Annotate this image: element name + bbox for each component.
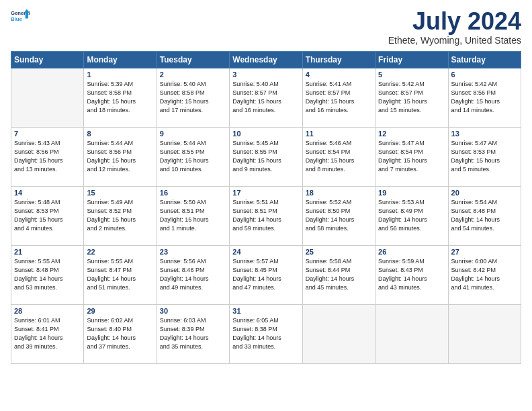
calendar-cell: 23Sunrise: 5:56 AM Sunset: 8:46 PM Dayli… <box>157 245 229 304</box>
day-info: Sunrise: 6:01 AM Sunset: 8:41 PM Dayligh… <box>14 316 81 351</box>
calendar-cell: 12Sunrise: 5:47 AM Sunset: 8:54 PM Dayli… <box>375 127 448 186</box>
day-info: Sunrise: 5:55 AM Sunset: 8:47 PM Dayligh… <box>87 257 153 292</box>
calendar-cell: 11Sunrise: 5:46 AM Sunset: 8:54 PM Dayli… <box>302 127 375 186</box>
day-info: Sunrise: 5:43 AM Sunset: 8:56 PM Dayligh… <box>14 139 81 174</box>
title-area: July 2024 Ethete, Wyoming, United States <box>388 8 521 46</box>
day-number: 29 <box>87 307 153 315</box>
calendar-cell: 20Sunrise: 5:54 AM Sunset: 8:48 PM Dayli… <box>448 186 521 245</box>
calendar-cell: 28Sunrise: 6:01 AM Sunset: 8:41 PM Dayli… <box>11 304 84 363</box>
day-info: Sunrise: 5:48 AM Sunset: 8:53 PM Dayligh… <box>14 198 81 233</box>
calendar-cell: 22Sunrise: 5:55 AM Sunset: 8:47 PM Dayli… <box>84 245 157 304</box>
calendar-cell: 4Sunrise: 5:41 AM Sunset: 8:57 PM Daylig… <box>302 68 375 127</box>
day-number: 19 <box>378 189 445 197</box>
day-number: 21 <box>14 248 81 256</box>
calendar-cell: 25Sunrise: 5:58 AM Sunset: 8:44 PM Dayli… <box>302 245 375 304</box>
day-number: 18 <box>306 189 372 197</box>
day-number: 26 <box>378 248 445 256</box>
calendar-day-header: Wednesday <box>230 51 302 68</box>
day-info: Sunrise: 5:44 AM Sunset: 8:55 PM Dayligh… <box>160 139 226 174</box>
calendar-cell <box>375 304 448 363</box>
calendar-cell: 15Sunrise: 5:49 AM Sunset: 8:52 PM Dayli… <box>84 186 157 245</box>
day-number: 11 <box>306 130 372 138</box>
day-info: Sunrise: 5:50 AM Sunset: 8:51 PM Dayligh… <box>160 198 226 233</box>
day-info: Sunrise: 5:40 AM Sunset: 8:58 PM Dayligh… <box>160 80 226 115</box>
day-info: Sunrise: 6:00 AM Sunset: 8:42 PM Dayligh… <box>451 257 518 292</box>
calendar-day-header: Tuesday <box>157 51 229 68</box>
day-number: 7 <box>14 130 81 138</box>
page: General Blue July 2024 Ethete, Wyoming, … <box>0 0 532 411</box>
day-info: Sunrise: 5:39 AM Sunset: 8:58 PM Dayligh… <box>87 80 153 115</box>
calendar-cell: 3Sunrise: 5:40 AM Sunset: 8:57 PM Daylig… <box>230 68 302 127</box>
day-number: 9 <box>160 130 226 138</box>
day-number: 8 <box>87 130 153 138</box>
calendar-cell: 17Sunrise: 5:51 AM Sunset: 8:51 PM Dayli… <box>230 186 302 245</box>
day-info: Sunrise: 5:56 AM Sunset: 8:46 PM Dayligh… <box>160 257 226 292</box>
day-number: 31 <box>232 307 299 315</box>
calendar-cell: 2Sunrise: 5:40 AM Sunset: 8:58 PM Daylig… <box>157 68 229 127</box>
main-title: July 2024 <box>388 8 521 35</box>
day-info: Sunrise: 5:46 AM Sunset: 8:54 PM Dayligh… <box>306 139 372 174</box>
day-number: 15 <box>87 189 153 197</box>
calendar-cell: 18Sunrise: 5:52 AM Sunset: 8:50 PM Dayli… <box>302 186 375 245</box>
calendar-week-row: 7Sunrise: 5:43 AM Sunset: 8:56 PM Daylig… <box>11 127 521 186</box>
day-number: 17 <box>232 189 299 197</box>
day-number: 4 <box>306 71 372 79</box>
day-info: Sunrise: 5:54 AM Sunset: 8:48 PM Dayligh… <box>451 198 518 233</box>
day-number: 3 <box>232 71 299 79</box>
day-number: 22 <box>87 248 153 256</box>
day-info: Sunrise: 5:59 AM Sunset: 8:43 PM Dayligh… <box>378 257 445 292</box>
day-number: 13 <box>451 130 518 138</box>
day-info: Sunrise: 5:52 AM Sunset: 8:50 PM Dayligh… <box>306 198 372 233</box>
calendar-cell: 7Sunrise: 5:43 AM Sunset: 8:56 PM Daylig… <box>11 127 84 186</box>
calendar-cell: 16Sunrise: 5:50 AM Sunset: 8:51 PM Dayli… <box>157 186 229 245</box>
day-number: 20 <box>451 189 518 197</box>
day-info: Sunrise: 6:05 AM Sunset: 8:38 PM Dayligh… <box>232 316 299 351</box>
day-info: Sunrise: 5:55 AM Sunset: 8:48 PM Dayligh… <box>14 257 81 292</box>
day-number: 30 <box>160 307 226 315</box>
day-number: 10 <box>232 130 299 138</box>
day-info: Sunrise: 5:42 AM Sunset: 8:56 PM Dayligh… <box>451 80 518 115</box>
calendar-day-header: Monday <box>84 51 157 68</box>
day-number: 14 <box>14 189 81 197</box>
day-info: Sunrise: 5:45 AM Sunset: 8:55 PM Dayligh… <box>232 139 299 174</box>
day-info: Sunrise: 5:58 AM Sunset: 8:44 PM Dayligh… <box>306 257 372 292</box>
day-info: Sunrise: 5:47 AM Sunset: 8:54 PM Dayligh… <box>378 139 445 174</box>
header: General Blue July 2024 Ethete, Wyoming, … <box>11 8 521 46</box>
day-info: Sunrise: 5:51 AM Sunset: 8:51 PM Dayligh… <box>232 198 299 233</box>
day-number: 23 <box>160 248 226 256</box>
calendar-header-row: SundayMondayTuesdayWednesdayThursdayFrid… <box>11 51 521 68</box>
calendar-cell <box>11 68 84 127</box>
day-number: 12 <box>378 130 445 138</box>
day-number: 25 <box>306 248 372 256</box>
calendar: SundayMondayTuesdayWednesdayThursdayFrid… <box>11 51 521 364</box>
calendar-cell: 29Sunrise: 6:02 AM Sunset: 8:40 PM Dayli… <box>84 304 157 363</box>
day-info: Sunrise: 5:41 AM Sunset: 8:57 PM Dayligh… <box>306 80 372 115</box>
calendar-cell: 8Sunrise: 5:44 AM Sunset: 8:56 PM Daylig… <box>84 127 157 186</box>
calendar-cell: 24Sunrise: 5:57 AM Sunset: 8:45 PM Dayli… <box>230 245 302 304</box>
calendar-day-header: Sunday <box>11 51 84 68</box>
day-number: 24 <box>232 248 299 256</box>
day-info: Sunrise: 5:57 AM Sunset: 8:45 PM Dayligh… <box>232 257 299 292</box>
calendar-cell: 13Sunrise: 5:47 AM Sunset: 8:53 PM Dayli… <box>448 127 521 186</box>
day-info: Sunrise: 5:44 AM Sunset: 8:56 PM Dayligh… <box>87 139 153 174</box>
logo-icon: General Blue <box>11 8 30 27</box>
calendar-week-row: 14Sunrise: 5:48 AM Sunset: 8:53 PM Dayli… <box>11 186 521 245</box>
calendar-cell: 5Sunrise: 5:42 AM Sunset: 8:57 PM Daylig… <box>375 68 448 127</box>
day-number: 5 <box>378 71 445 79</box>
day-info: Sunrise: 5:47 AM Sunset: 8:53 PM Dayligh… <box>451 139 518 174</box>
logo: General Blue <box>11 8 30 27</box>
day-number: 2 <box>160 71 226 79</box>
calendar-cell: 6Sunrise: 5:42 AM Sunset: 8:56 PM Daylig… <box>448 68 521 127</box>
calendar-cell <box>302 304 375 363</box>
day-info: Sunrise: 5:42 AM Sunset: 8:57 PM Dayligh… <box>378 80 445 115</box>
calendar-day-header: Saturday <box>448 51 521 68</box>
calendar-cell: 31Sunrise: 6:05 AM Sunset: 8:38 PM Dayli… <box>230 304 302 363</box>
calendar-cell: 26Sunrise: 5:59 AM Sunset: 8:43 PM Dayli… <box>375 245 448 304</box>
calendar-cell: 27Sunrise: 6:00 AM Sunset: 8:42 PM Dayli… <box>448 245 521 304</box>
calendar-cell: 1Sunrise: 5:39 AM Sunset: 8:58 PM Daylig… <box>84 68 157 127</box>
calendar-cell: 21Sunrise: 5:55 AM Sunset: 8:48 PM Dayli… <box>11 245 84 304</box>
calendar-week-row: 21Sunrise: 5:55 AM Sunset: 8:48 PM Dayli… <box>11 245 521 304</box>
calendar-cell <box>448 304 521 363</box>
calendar-cell: 9Sunrise: 5:44 AM Sunset: 8:55 PM Daylig… <box>157 127 229 186</box>
day-info: Sunrise: 5:53 AM Sunset: 8:49 PM Dayligh… <box>378 198 445 233</box>
